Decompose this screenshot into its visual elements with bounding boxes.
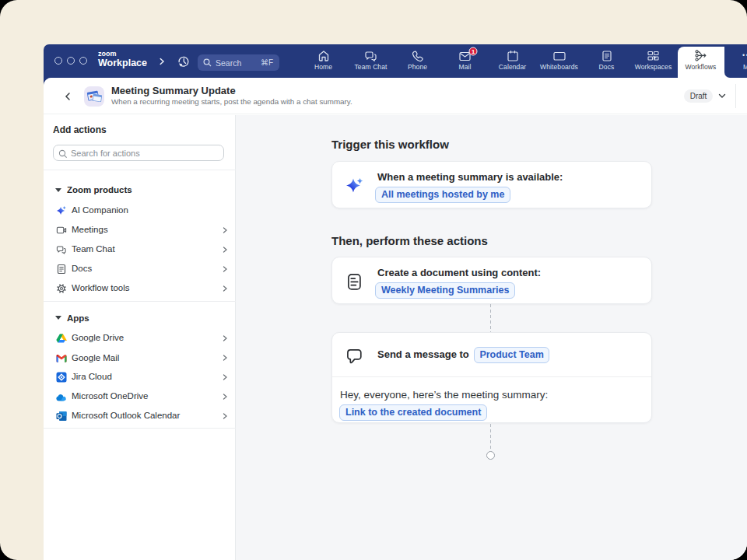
- svg-text:1: 1: [472, 48, 475, 55]
